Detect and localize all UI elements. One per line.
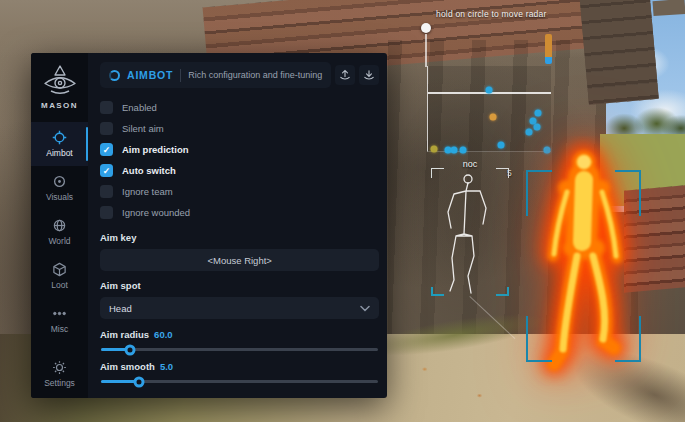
bracket-corner	[526, 316, 552, 362]
divider	[180, 69, 181, 82]
radar-dot	[535, 110, 542, 117]
radar-dot	[431, 146, 438, 153]
toggle-label: Enabled	[122, 102, 157, 113]
sidebar-item-visuals[interactable]: Visuals	[31, 166, 88, 210]
main-content: AIMBOT Rich configuration and fine-tunin…	[88, 53, 391, 398]
sidebar-nav: Aimbot Visuals World	[31, 122, 88, 396]
ellipsis-icon	[52, 306, 67, 321]
radar-dot	[498, 142, 505, 149]
radar-dot	[451, 147, 458, 154]
sidebar: MASON Aimbot Visuals	[31, 53, 88, 398]
radar-dot	[526, 129, 533, 136]
aim-smooth-value: 5.0	[160, 361, 173, 372]
header-row: AIMBOT Rich configuration and fine-tunin…	[100, 62, 379, 88]
aimbot-ring-icon	[109, 70, 120, 81]
toggle-label: Aim prediction	[122, 144, 189, 155]
toggle-ignore-wounded[interactable]: Ignore wounded	[100, 202, 379, 223]
gear-icon	[52, 360, 67, 375]
aim-key-bind-button[interactable]: <Mouse Right>	[100, 249, 379, 271]
marker-blue-segment	[545, 57, 552, 64]
bracket-corner	[615, 170, 641, 216]
checkbox[interactable]	[100, 206, 113, 219]
aim-spot-select[interactable]: Head	[100, 297, 379, 319]
player-esp-box	[526, 170, 641, 362]
marker-orange-segment	[545, 34, 552, 57]
aim-spot-label: Aim spot	[100, 280, 379, 291]
cube-icon	[52, 262, 67, 277]
toggle-ignore-team[interactable]: Ignore team	[100, 181, 379, 202]
eye-icon	[52, 174, 67, 189]
toggle-label: Ignore wounded	[122, 207, 190, 218]
aim-smooth-label-row: Aim smooth 5.0	[100, 361, 379, 372]
toggle-list: Enabled Silent aim Aim prediction Auto s…	[100, 97, 379, 223]
radar-elevation-marker	[545, 34, 552, 64]
aim-radius-slider[interactable]	[101, 348, 378, 351]
sidebar-item-settings[interactable]: Settings	[31, 352, 88, 396]
toggle-label: Silent aim	[122, 123, 164, 134]
sidebar-item-label: Loot	[51, 280, 68, 290]
radar-dot	[460, 147, 467, 154]
toggle-enabled[interactable]: Enabled	[100, 97, 379, 118]
sidebar-item-label: Visuals	[46, 192, 73, 202]
sidebar-item-misc[interactable]: Misc	[31, 298, 88, 342]
header-bar: AIMBOT Rich configuration and fine-tunin…	[100, 62, 331, 88]
mason-logo: MASON	[41, 64, 78, 110]
aim-spot-value: Head	[109, 303, 132, 314]
checkbox[interactable]	[100, 122, 113, 135]
sidebar-item-label: Misc	[51, 324, 68, 334]
aim-radius-value: 60.0	[154, 329, 173, 340]
sidebar-item-world[interactable]: World	[31, 210, 88, 254]
checkbox[interactable]	[100, 185, 113, 198]
page-subtitle: Rich configuration and fine-tuning	[188, 70, 322, 80]
toggle-aim-prediction[interactable]: Aim prediction	[100, 139, 379, 160]
slider-thumb[interactable]	[125, 344, 136, 355]
radar-handle-stem	[425, 34, 427, 67]
radar-dot	[486, 87, 493, 94]
toggle-label: Auto switch	[122, 165, 176, 176]
sidebar-item-loot[interactable]: Loot	[31, 254, 88, 298]
logo-label: MASON	[41, 101, 78, 110]
aim-radius-label: Aim radius	[100, 329, 149, 340]
sidebar-item-label: Settings	[44, 378, 75, 388]
toggle-silent-aim[interactable]: Silent aim	[100, 118, 379, 139]
masonic-eye-icon	[42, 64, 78, 96]
download-icon	[362, 68, 376, 82]
slider-thumb[interactable]	[133, 376, 144, 387]
radar-move-handle[interactable]	[421, 23, 431, 33]
crosshair-icon	[52, 130, 67, 145]
toggle-auto-switch[interactable]: Auto switch	[100, 160, 379, 181]
skeleton-esp	[428, 160, 512, 300]
sidebar-item-aimbot[interactable]: Aimbot	[31, 122, 88, 166]
aim-smooth-slider[interactable]	[101, 380, 378, 383]
radar-dot	[490, 114, 497, 121]
upload-icon	[338, 68, 352, 82]
aim-key-label: Aim key	[100, 232, 379, 243]
sidebar-item-label: Aimbot	[46, 148, 72, 158]
radar-dot	[534, 124, 541, 131]
toggle-label: Ignore team	[122, 186, 173, 197]
wall-fragment	[653, 0, 685, 16]
checkbox[interactable]	[100, 164, 113, 177]
import-config-button[interactable]	[359, 65, 379, 85]
page-title: AIMBOT	[127, 69, 173, 81]
cheat-menu-window: MASON Aimbot Visuals	[31, 53, 387, 398]
chevron-down-icon	[360, 305, 370, 312]
bracket-corner	[615, 316, 641, 362]
brick-column	[579, 0, 658, 105]
bracket-corner	[526, 170, 552, 216]
export-config-button[interactable]	[335, 65, 355, 85]
checkbox[interactable]	[100, 101, 113, 114]
sidebar-item-label: World	[48, 236, 70, 246]
radar-hint-text: hold on circle to move radar	[436, 9, 547, 19]
checkbox[interactable]	[100, 143, 113, 156]
screenshot-root: hold on circle to move radar noc 5	[0, 0, 685, 422]
aim-smooth-label: Aim smooth	[100, 361, 155, 372]
aim-radius-label-row: Aim radius 60.0	[100, 329, 379, 340]
globe-icon	[52, 218, 67, 233]
